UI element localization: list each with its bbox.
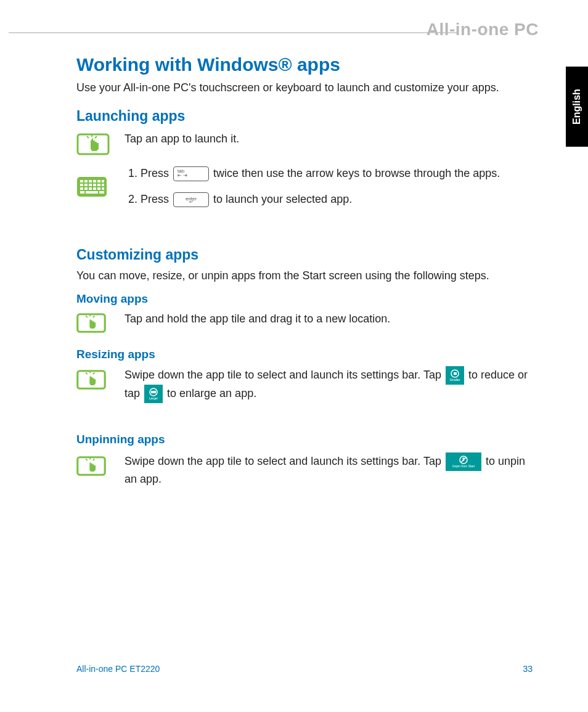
svg-rect-7 [89, 180, 92, 182]
touch-icon-small-2 [76, 366, 125, 391]
svg-line-39 [86, 459, 88, 460]
svg-rect-17 [80, 187, 83, 190]
step-2: Press enter↵ to launch your selected app… [141, 191, 533, 208]
svg-rect-6 [84, 180, 88, 182]
smaller-tile-icon: Smaller [446, 366, 464, 385]
svg-line-3 [95, 136, 97, 138]
footer-page: 33 [523, 664, 533, 674]
svg-line-27 [86, 316, 88, 317]
page-title: Working with Windows® apps [76, 54, 533, 75]
row-touch-launch: Tap an app to launch it. [76, 131, 533, 157]
svg-line-29 [93, 316, 95, 317]
svg-rect-14 [93, 184, 96, 186]
enter-key-icon: enter↵ [173, 192, 209, 207]
section-customizing: Customizing apps [76, 247, 533, 263]
svg-rect-10 [102, 180, 104, 182]
unpinning-text: Swipe down the app tile to select and la… [125, 452, 533, 488]
svg-rect-19 [89, 187, 92, 190]
svg-line-41 [93, 459, 95, 460]
svg-rect-9 [97, 180, 100, 182]
row-resizing: Swipe down the app tile to select and la… [76, 366, 533, 403]
row-moving: Tap and hold the app tile and drag it to… [76, 311, 533, 334]
row-unpinning: Swipe down the app tile to select and la… [76, 452, 533, 488]
keyboard-launch-steps: Press tab⇤ ⇥ twice then use the arrow ke… [125, 165, 533, 217]
touch-icon-small [76, 311, 125, 334]
unpin-tile-icon: Unpin from Start [446, 452, 481, 471]
language-tab: English [566, 67, 588, 147]
subsection-unpinning: Unpinning apps [76, 433, 533, 446]
top-rule [9, 32, 459, 33]
subsection-resizing: Resizing apps [76, 348, 533, 361]
header-brand: All-in-one PC [427, 20, 539, 39]
larger-tile-icon: Larger [144, 385, 163, 403]
svg-line-33 [93, 372, 95, 374]
svg-rect-18 [84, 187, 88, 190]
customizing-intro: You can move, resize, or unpin apps from… [76, 269, 533, 282]
svg-rect-37 [151, 391, 156, 393]
section-launching: Launching apps [76, 108, 533, 125]
svg-rect-5 [80, 180, 83, 182]
svg-rect-16 [102, 184, 104, 186]
svg-line-1 [87, 136, 89, 138]
subsection-moving: Moving apps [76, 292, 533, 306]
language-label: English [571, 89, 582, 125]
svg-rect-11 [80, 184, 83, 186]
touch-icon-small-3 [76, 452, 125, 477]
svg-line-31 [86, 372, 88, 374]
svg-rect-8 [93, 180, 96, 182]
svg-rect-22 [102, 187, 104, 190]
keyboard-icon [76, 165, 125, 197]
page-content: Working with Windows® apps Use your All-… [76, 54, 533, 502]
row-keyboard-launch: Press tab⇤ ⇥ twice then use the arrow ke… [76, 165, 533, 217]
svg-rect-13 [89, 184, 92, 186]
svg-rect-21 [97, 187, 100, 190]
footer-model: All-in-one PC ET2220 [76, 664, 160, 674]
step-1: Press tab⇤ ⇥ twice then use the arrow ke… [141, 165, 533, 182]
svg-rect-23 [80, 191, 84, 194]
svg-rect-15 [97, 184, 100, 186]
moving-text: Tap and hold the app tile and drag it to… [125, 311, 533, 328]
touch-icon [76, 131, 125, 157]
touch-launch-text: Tap an app to launch it. [125, 131, 533, 148]
svg-rect-35 [454, 372, 457, 375]
tab-key-icon: tab⇤ ⇥ [173, 166, 209, 181]
svg-rect-25 [99, 191, 104, 194]
resizing-text: Swipe down the app tile to select and la… [125, 366, 533, 403]
page-footer: All-in-one PC ET2220 33 [76, 664, 533, 674]
svg-rect-12 [84, 184, 88, 186]
svg-rect-20 [93, 187, 96, 190]
svg-rect-24 [86, 191, 98, 194]
svg-rect-4 [77, 177, 107, 197]
page-intro: Use your All-in-one PC's touchscreen or … [76, 81, 533, 94]
